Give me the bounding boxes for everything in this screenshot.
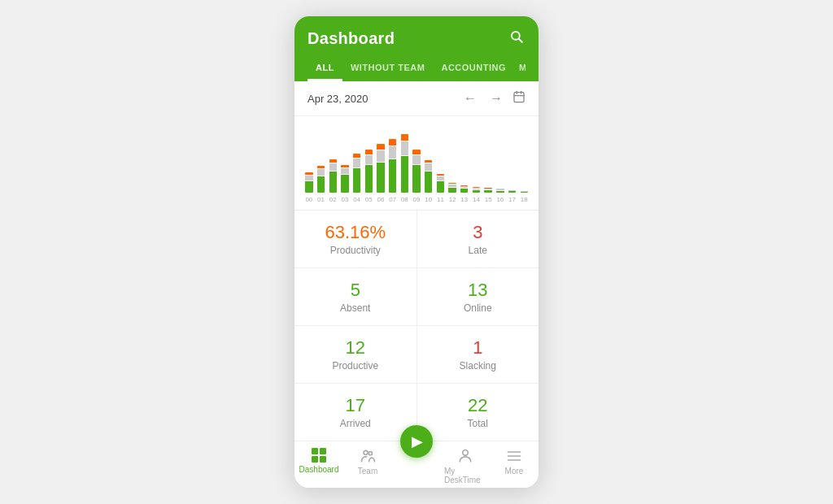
tab-all[interactable]: ALL <box>307 58 342 81</box>
svg-line-1 <box>519 39 522 42</box>
stat-label: Late <box>469 245 487 256</box>
bar-group <box>376 144 386 193</box>
search-button[interactable] <box>508 28 526 50</box>
bar-group <box>424 160 434 193</box>
bar-green <box>365 165 373 193</box>
bar-gray <box>496 189 504 189</box>
stat-value: 5 <box>351 280 360 301</box>
chart-label: 01 <box>316 196 326 203</box>
stat-value: 63.16% <box>325 222 386 243</box>
stat-value: 13 <box>468 280 487 301</box>
bar-group <box>340 165 350 193</box>
bar-group <box>364 150 373 193</box>
bar-orange <box>412 150 420 154</box>
stat-label: Productivity <box>330 245 381 256</box>
stat-label: Total <box>468 418 488 429</box>
bar-green <box>437 181 444 193</box>
nav-mydesktime-label: My DeskTime <box>444 467 486 484</box>
nav-more-label: More <box>505 467 524 476</box>
bar-orange <box>305 172 312 175</box>
bar-green <box>401 156 408 193</box>
chart-label: 05 <box>364 196 373 203</box>
chart-label: 00 <box>304 196 314 203</box>
stat-cell: 1Slacking <box>417 326 539 383</box>
page-title: Dashboard <box>307 29 395 48</box>
bar-group <box>447 183 457 193</box>
svg-point-6 <box>364 450 368 454</box>
bar-group <box>472 187 482 193</box>
bar-orange <box>437 174 444 176</box>
stat-label: Arrived <box>340 418 371 429</box>
tab-accounting[interactable]: ACCOUNTING <box>433 58 514 81</box>
nav-dashboard-label: Dashboard <box>299 465 339 474</box>
stat-label: Online <box>464 302 492 314</box>
stat-cell: 13Online <box>417 268 539 325</box>
stat-value: 17 <box>346 395 365 416</box>
nav-dashboard[interactable]: Dashboard <box>294 441 343 488</box>
bar-green <box>329 172 337 193</box>
prev-date-button[interactable]: ← <box>460 89 480 107</box>
bar-green <box>448 188 456 193</box>
bar-gray <box>353 159 360 167</box>
nav-more[interactable]: More <box>490 441 539 488</box>
team-icon <box>360 448 376 464</box>
bar-group <box>460 185 469 193</box>
tabs-bar: ALL WITHOUT TEAM ACCOUNTING MANAGE <box>307 58 526 81</box>
stat-cell: 17Arrived <box>294 384 416 441</box>
bar-group <box>316 166 326 193</box>
bar-group <box>400 134 410 193</box>
bar-green <box>521 192 528 193</box>
bar-orange <box>401 134 408 141</box>
bar-gray <box>341 168 348 174</box>
nav-mydesktime[interactable]: My DeskTime <box>441 441 490 488</box>
bar-orange <box>377 144 384 150</box>
bar-orange <box>341 165 348 167</box>
chart-label: 02 <box>328 196 338 203</box>
bar-gray <box>437 176 444 180</box>
chart-label: 16 <box>495 196 505 203</box>
bar-green <box>473 190 480 193</box>
stat-label: Slacking <box>460 360 496 371</box>
chart-label: 07 <box>388 196 398 203</box>
bar-group <box>304 172 314 193</box>
bar-gray <box>425 163 432 171</box>
bar-orange <box>473 187 480 188</box>
next-date-button[interactable]: → <box>486 89 506 107</box>
dashboard-icon <box>312 448 326 463</box>
stat-value: 12 <box>346 337 365 358</box>
bar-gray <box>317 169 325 175</box>
stat-cell: 5Absent <box>294 268 416 325</box>
chart-label: 18 <box>519 196 529 203</box>
tab-manage[interactable]: MANAGE <box>514 58 526 81</box>
chart-bars <box>304 128 529 193</box>
bar-orange <box>329 159 337 163</box>
bar-gray <box>365 155 373 165</box>
chart-label: 10 <box>424 196 434 203</box>
bar-gray <box>473 189 480 189</box>
bar-green <box>412 165 420 193</box>
nav-team[interactable]: Team <box>343 441 392 488</box>
stat-cell: 22Total <box>417 384 539 441</box>
bar-gray <box>484 189 491 189</box>
play-button[interactable]: ▶ <box>400 425 433 458</box>
tab-without-team[interactable]: WITHOUT TEAM <box>342 58 434 81</box>
bar-orange <box>353 154 360 158</box>
bar-gray <box>508 190 516 191</box>
bar-group <box>483 188 493 193</box>
bar-orange <box>365 150 373 154</box>
chart-label: 04 <box>352 196 362 203</box>
bottom-nav: Dashboard Team ▶ <box>294 441 539 488</box>
bar-green <box>425 172 432 193</box>
bar-green <box>353 168 360 193</box>
bar-gray <box>377 150 384 161</box>
nav-team-label: Team <box>358 467 377 476</box>
stat-value: 1 <box>473 337 482 358</box>
bar-green <box>317 176 325 193</box>
bar-gray <box>412 155 420 165</box>
calendar-icon[interactable] <box>512 90 526 106</box>
bar-group <box>519 191 529 193</box>
bar-green <box>341 175 348 193</box>
chart-label: 06 <box>376 196 386 203</box>
bar-group <box>436 174 446 193</box>
bar-orange <box>425 160 432 163</box>
